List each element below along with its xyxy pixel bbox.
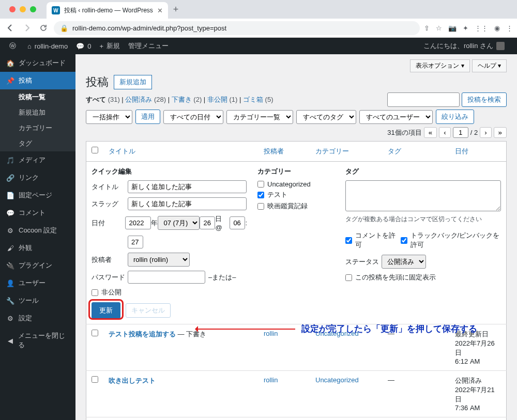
submenu-posts-list[interactable]: 投稿一覧 (0, 89, 75, 105)
sidebar-item-media[interactable]: 🎵メディア (0, 151, 75, 169)
share-icon[interactable]: ⇧ (424, 24, 430, 32)
last-page-button[interactable]: » (494, 127, 507, 138)
sidebar-item-plugins[interactable]: 🔌プラグイン (0, 257, 75, 274)
user-greeting[interactable]: こんにちは、rollin さん (419, 41, 512, 51)
category-link[interactable]: Uncategorized (315, 376, 359, 384)
cancel-button[interactable]: キャンセル (126, 303, 171, 318)
status-label: ステータス (345, 257, 382, 267)
star-icon[interactable]: ☆ (436, 24, 442, 32)
avatar-icon (496, 42, 505, 50)
tag-filter-select[interactable]: すべてのタグ (296, 110, 356, 124)
back-button[interactable] (4, 22, 17, 34)
filter-all[interactable]: すべて (86, 96, 106, 103)
row-checkbox[interactable] (92, 376, 98, 383)
password-input[interactable] (128, 271, 205, 284)
submenu-posts-new[interactable]: 新規追加 (0, 105, 75, 120)
minimize-window-button[interactable] (20, 6, 26, 12)
month-select[interactable]: 07 (7月) (158, 216, 200, 230)
sidebar-item-pages[interactable]: 📄固定ページ (0, 186, 75, 204)
hour-input[interactable] (230, 216, 245, 229)
comments-link[interactable]: 💬0 (72, 42, 95, 50)
next-page-button[interactable]: › (480, 127, 491, 138)
sidebar-item-posts[interactable]: 📌投稿 (0, 72, 75, 89)
sidebar-item-tools[interactable]: 🔧ツール (0, 292, 75, 309)
filter-private[interactable]: 非公開 (207, 96, 227, 103)
browser-chrome: W 投稿 ‹ rollin-demo — WordPress ✕ + 🔒 rol… (0, 0, 517, 38)
page-number-input[interactable] (453, 127, 468, 138)
sticky-checkbox[interactable] (345, 274, 352, 281)
date-filter-select[interactable]: すべての日付 (163, 110, 223, 124)
sidebar-item-appearance[interactable]: 🖌外観 (0, 239, 75, 257)
browser-tab[interactable]: W 投稿 ‹ rollin-demo — WordPress ✕ (47, 2, 168, 19)
screen-options-button[interactable]: 表示オプション ▾ (410, 59, 469, 72)
help-button[interactable]: ヘルプ ▾ (472, 59, 507, 72)
private-checkbox[interactable] (92, 289, 98, 296)
filter-published[interactable]: 公開済み (125, 96, 152, 103)
search-input[interactable] (387, 92, 460, 107)
category-filter-select[interactable]: カテゴリー一覧 (226, 110, 293, 124)
filter-draft[interactable]: 下書き (172, 96, 192, 103)
add-new-button[interactable]: 新規追加 (114, 75, 152, 89)
year-input[interactable] (125, 216, 151, 229)
profile-icon[interactable]: ◉ (494, 24, 500, 32)
submenu-posts-categories[interactable]: カテゴリー (0, 120, 75, 136)
row-checkbox[interactable] (92, 330, 98, 336)
first-page-button[interactable]: « (424, 127, 437, 138)
title-input[interactable] (128, 180, 247, 193)
sidebar-item-links[interactable]: 🔗リンク (0, 169, 75, 186)
new-content-link[interactable]: +新規 (95, 41, 124, 51)
reload-button[interactable] (37, 22, 50, 34)
sidebar-collapse[interactable]: ◀メニューを閉じる (0, 327, 75, 354)
column-date[interactable]: 日付 (455, 147, 468, 155)
kebab-menu-icon[interactable]: ⋮ (506, 24, 513, 32)
sidebar-item-comments[interactable]: 💬コメント (0, 204, 75, 222)
site-name-link[interactable]: ⌂rollin-demo (23, 42, 72, 50)
allow-comments-checkbox[interactable] (345, 237, 352, 244)
sidebar-item-cocoon[interactable]: ⚙Cocoon 設定 (0, 222, 75, 239)
status-select[interactable]: 公開済み (382, 255, 426, 269)
admin-menu-link[interactable]: 管理メニュー (124, 41, 173, 51)
allow-pings-checkbox[interactable] (401, 237, 407, 244)
bulk-action-select[interactable]: 一括操作 (86, 110, 132, 124)
prev-page-button[interactable]: ‹ (439, 127, 450, 138)
update-button[interactable]: 更新 (92, 302, 120, 319)
home-icon: ⌂ (27, 42, 32, 50)
column-title[interactable]: タイトル (109, 147, 135, 155)
sidebar-item-dashboard[interactable]: 🏠ダッシュボード (0, 54, 75, 72)
cat-test-checkbox[interactable] (257, 192, 264, 198)
quick-edit-label: クイック編集 (92, 167, 247, 176)
forward-button[interactable] (21, 22, 33, 34)
select-all-checkbox[interactable] (92, 147, 98, 153)
filter-trash[interactable]: ゴミ箱 (243, 96, 263, 103)
slug-label: スラッグ (92, 199, 128, 209)
filter-button[interactable]: 絞り込み (436, 110, 474, 124)
new-tab-button[interactable]: + (173, 4, 179, 15)
author-select[interactable]: rollin (rollin) (128, 253, 190, 267)
maximize-window-button[interactable] (30, 6, 36, 12)
close-window-button[interactable] (9, 6, 16, 12)
camera-icon[interactable]: 📷 (448, 24, 457, 32)
search-button[interactable]: 投稿を検索 (462, 92, 507, 107)
slug-input[interactable] (128, 197, 247, 210)
day-input[interactable] (200, 216, 215, 229)
tab-close-icon[interactable]: ✕ (157, 7, 163, 14)
wp-logo[interactable]: ⓦ (5, 41, 23, 51)
cat-movie-checkbox[interactable] (257, 203, 264, 210)
apply-button[interactable]: 適用 (135, 110, 160, 124)
menu-icon[interactable]: ⋮⋮ (475, 24, 488, 32)
post-title-link[interactable]: 吹き出しテスト (109, 377, 156, 384)
tags-textarea[interactable] (345, 180, 501, 211)
user-filter-select[interactable]: すべてのユーザー (359, 110, 433, 124)
submenu-posts-tags[interactable]: タグ (0, 136, 75, 151)
annotation-text: 設定が完了したら「更新」を押して保存する (301, 323, 477, 335)
sidebar-item-settings[interactable]: ⚙設定 (0, 309, 75, 327)
sidebar-item-users[interactable]: 👤ユーザー (0, 274, 75, 292)
cat-uncategorized-checkbox[interactable] (257, 181, 264, 188)
extension-icon[interactable]: ✦ (463, 24, 468, 32)
address-bar[interactable]: 🔒 rollin-demo.com/wp-admin/edit.php?post… (54, 21, 420, 35)
author-link[interactable]: rollin (264, 376, 278, 384)
admin-sidebar: 🏠ダッシュボード 📌投稿 投稿一覧 新規追加 カテゴリー タグ 🎵メディア 🔗リ… (0, 54, 75, 420)
post-title-link[interactable]: テスト投稿を追加する (109, 330, 176, 338)
minute-input[interactable] (128, 236, 143, 248)
page-icon: 📄 (5, 192, 16, 199)
